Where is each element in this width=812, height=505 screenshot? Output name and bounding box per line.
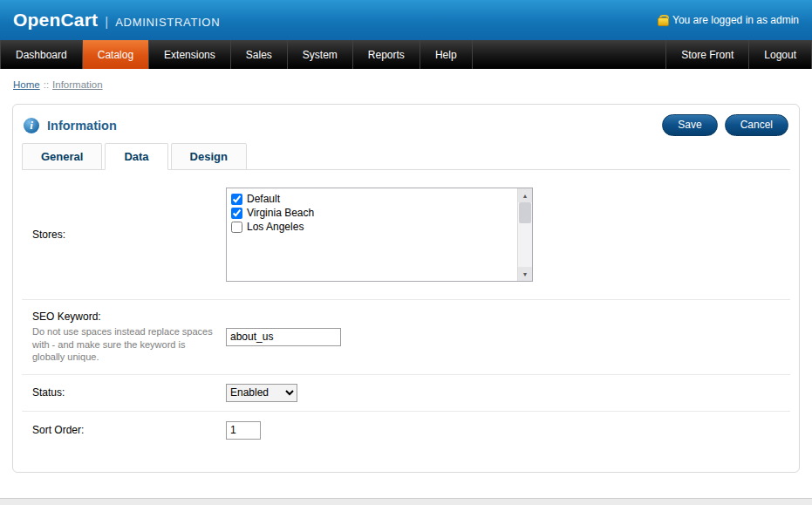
logo-subtitle: ADMINISTRATION: [115, 16, 220, 29]
seo-keyword-help: Do not use spaces instead replace spaces…: [32, 325, 217, 364]
nav-item-help[interactable]: Help: [420, 40, 473, 69]
nav-right-group: Store Front Logout: [665, 40, 812, 69]
seo-keyword-row: SEO Keyword: Do not use spaces instead r…: [22, 300, 790, 375]
information-panel: i Information Save Cancel General Data D…: [12, 104, 800, 473]
page: OpenCart | ADMINISTRATION You are logged…: [0, 0, 812, 505]
sort-order-row: Sort Order:: [22, 412, 790, 449]
login-status-text: You are logged in as admin: [672, 14, 799, 26]
nav-item-catalog[interactable]: Catalog: [83, 40, 149, 69]
footer-strip: [0, 498, 812, 505]
listbox-scrollbar[interactable]: ▲ ▼: [517, 188, 532, 281]
nav-item-reports[interactable]: Reports: [353, 40, 420, 69]
panel-heading: i Information Save Cancel: [13, 105, 799, 140]
stores-row: Stores: Default Virginia Beach: [22, 170, 790, 300]
status-select[interactable]: Enabled: [226, 384, 297, 402]
breadcrumb: Home::Information: [0, 69, 812, 99]
store-checkbox-virginia-beach[interactable]: [231, 208, 242, 219]
logo-text: OpenCart: [13, 10, 98, 31]
sort-order-input[interactable]: [226, 421, 261, 440]
save-button[interactable]: Save: [662, 114, 717, 136]
logo-separator: |: [105, 14, 108, 29]
lock-icon: [658, 15, 667, 26]
page-title: Information: [47, 119, 117, 133]
breadcrumb-separator: ::: [44, 79, 49, 90]
logo: OpenCart | ADMINISTRATION: [13, 10, 220, 31]
breadcrumb-current-link[interactable]: Information: [52, 79, 103, 90]
stores-label: Stores:: [32, 229, 226, 241]
tab-general[interactable]: General: [22, 143, 102, 170]
store-option-virginia-beach[interactable]: Virginia Beach: [229, 206, 515, 220]
breadcrumb-home-link[interactable]: Home: [13, 79, 40, 90]
tab-content-data: Stores: Default Virginia Beach: [13, 170, 799, 472]
scroll-up-icon[interactable]: ▲: [518, 188, 532, 202]
tab-data[interactable]: Data: [105, 143, 167, 170]
nav-item-system[interactable]: System: [288, 40, 353, 69]
status-label: Status:: [32, 386, 226, 399]
store-checkbox-default[interactable]: [231, 194, 242, 205]
seo-keyword-label: SEO Keyword:: [32, 311, 226, 323]
cancel-button[interactable]: Cancel: [725, 114, 788, 136]
admin-header: OpenCart | ADMINISTRATION You are logged…: [0, 0, 812, 40]
seo-keyword-label-block: SEO Keyword: Do not use spaces instead r…: [32, 311, 226, 364]
nav-item-sales[interactable]: Sales: [231, 40, 288, 69]
scroll-track[interactable]: [518, 202, 532, 267]
scroll-down-icon[interactable]: ▼: [518, 267, 532, 281]
nav-item-logout[interactable]: Logout: [748, 40, 811, 69]
nav-item-store-front[interactable]: Store Front: [665, 40, 748, 69]
nav-item-extensions[interactable]: Extensions: [149, 40, 231, 69]
main-nav: Dashboard Catalog Extensions Sales Syste…: [0, 40, 812, 69]
scroll-thumb[interactable]: [519, 202, 531, 223]
store-checkbox-los-angeles[interactable]: [231, 222, 242, 233]
heading-buttons: Save Cancel: [662, 114, 788, 136]
tab-bar: General Data Design: [22, 143, 790, 170]
store-option-label: Virginia Beach: [247, 207, 314, 219]
login-status: You are logged in as admin: [658, 14, 799, 26]
store-option-label: Default: [247, 193, 280, 205]
stores-listbox[interactable]: Default Virginia Beach Los Angeles ▲: [226, 188, 533, 282]
store-option-los-angeles[interactable]: Los Angeles: [229, 220, 515, 234]
nav-item-dashboard[interactable]: Dashboard: [1, 40, 83, 69]
store-option-label: Los Angeles: [247, 221, 304, 233]
status-row: Status: Enabled: [22, 375, 790, 412]
sort-order-label: Sort Order:: [32, 424, 226, 436]
info-icon: i: [24, 118, 39, 133]
store-option-default[interactable]: Default: [229, 192, 515, 206]
tab-design[interactable]: Design: [171, 143, 247, 170]
seo-keyword-input[interactable]: [226, 328, 341, 346]
nav-left-group: Dashboard Catalog Extensions Sales Syste…: [0, 40, 473, 69]
stores-options: Default Virginia Beach Los Angeles: [227, 188, 517, 281]
